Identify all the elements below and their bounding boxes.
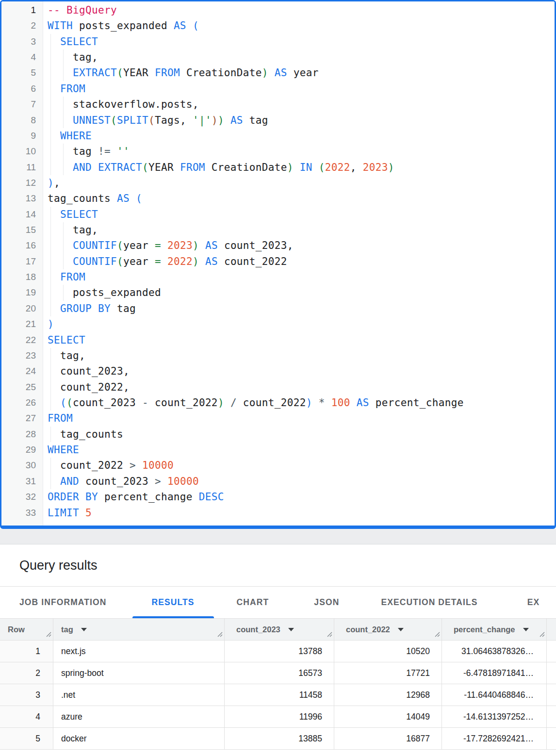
token-i: CreationDate [205,162,287,173]
code-line: 10 tag != '' [1,144,555,159]
indent-guide [50,97,51,112]
token-k: LIMIT [48,507,79,519]
column-resize-handle-icon[interactable] [538,630,545,639]
table-cell: azure [53,706,225,727]
code-line: 32ORDER BY percent_change DESC [1,489,555,505]
query-results-title: Query results [19,557,556,574]
token-o: * [319,397,325,409]
tab-json[interactable]: JSON [294,587,359,618]
column-header-percent_change[interactable]: percent_change [442,619,547,640]
indent-guide [63,222,64,238]
line-number: 16 [1,238,43,253]
column-header-row[interactable]: Row [0,619,53,640]
column-header-count_2022[interactable]: count_2022 [334,619,442,640]
table-cell: -14.6131397252… [442,706,547,727]
token-k: UNNEST [73,115,111,126]
line-number: 3 [1,34,43,49]
code-line: 31 AND count_2023 > 10000 [1,474,555,489]
token-b1: ) [48,177,54,189]
column-resize-handle-icon[interactable] [216,630,223,639]
token-i [325,397,331,409]
line-number: 21 [1,316,43,332]
column-resize-handle-icon[interactable] [45,630,51,639]
indent-guide [50,427,51,442]
token-i: tag [48,146,98,157]
indent-guide [50,128,51,144]
tab-execution-details[interactable]: EXECUTION DETAILS [361,587,497,618]
line-number: 8 [1,113,43,128]
indent-guide [50,395,51,411]
token-b2: ( [142,162,148,173]
sort-dropdown-icon[interactable] [523,628,529,631]
indent-guide [50,34,51,49]
sort-dropdown-icon[interactable] [81,628,87,631]
token-i [48,36,60,48]
token-n2: 2023 [167,240,193,251]
sort-dropdown-icon[interactable] [398,628,404,631]
sql-editor[interactable]: 1-- BigQuery2WITH posts_expanded AS (3 S… [0,0,556,529]
token-i: YEAR [148,162,180,173]
sort-dropdown-icon[interactable] [288,628,294,631]
token-i [111,146,117,157]
token-n2: 10000 [167,476,199,487]
table-row: 2spring-boot1657317721-6.47818971841… [0,662,556,684]
row-number-cell: 2 [0,662,53,684]
token-i: posts_expanded [73,20,174,32]
token-k: AND [73,162,92,173]
table-cell: 10520 [334,641,442,662]
code-text: stackoverflow.posts, [43,97,555,112]
token-i: count_2023, [48,365,130,377]
code-text: FROM [43,269,555,285]
table-row: 4azure1199614049-14.6131397252… [0,706,556,728]
token-i: stackoverflow.posts, [48,99,199,110]
column-resize-handle-icon[interactable] [433,630,440,639]
token-i [130,193,136,204]
token-b1: ( [60,397,66,409]
token-eq: = [155,240,161,251]
code-line: 9 WHERE [1,128,555,144]
token-i [48,256,73,267]
line-number: 29 [1,442,43,458]
code-text: ((count_2023 - count_2022) / count_2022)… [43,395,555,411]
token-i [79,507,85,519]
token-s: '|' [193,115,212,126]
line-number: 7 [1,97,43,112]
token-i [48,115,73,126]
code-text: COUNTIF(year = 2023) AS count_2023, [43,238,555,253]
code-text: WHERE [43,128,555,144]
code-text: GROUP BY tag [43,301,555,316]
query-results-panel: Query results JOB INFORMATIONRESULTSCHAR… [0,544,556,756]
code-line: 7 stackoverflow.posts, [1,97,555,112]
token-b2: ( [319,162,325,173]
token-i [161,256,167,267]
column-header-tag[interactable]: tag [53,619,225,640]
token-i [48,303,60,314]
token-i: tag, [48,224,98,236]
table-cell: 11996 [225,706,334,727]
column-header-count_2023[interactable]: count_2023 [225,619,334,640]
indent-guide [50,49,51,65]
indent-guide [63,113,64,128]
token-i: year [123,240,155,251]
table-cell: 31.06463878326… [442,641,547,662]
table-header-row: Rowtagcount_2023count_2022percent_change [0,618,556,641]
token-i: count_2022, [48,381,130,393]
indent-guide [50,474,51,489]
tab-execution-graph[interactable]: EX [508,587,556,618]
table-cell: next.js [53,641,225,662]
tab-job-information[interactable]: JOB INFORMATION [0,587,126,618]
token-b2: ) [262,67,268,79]
token-i: tag [111,303,136,314]
code-text: tag, [43,222,555,238]
token-n2: 10000 [142,460,174,471]
token-k: AS [205,256,218,267]
line-number: 26 [1,395,43,411]
indent-guide [63,160,64,175]
column-resize-handle-icon[interactable] [326,630,332,639]
code-line: 22SELECT [1,332,555,348]
tab-chart[interactable]: CHART [217,587,289,618]
indent-guide [50,144,51,159]
token-b2: ) [388,162,394,173]
bigquery-console: 1-- BigQuery2WITH posts_expanded AS (3 S… [0,0,556,756]
tab-results[interactable]: RESULTS [132,587,214,618]
